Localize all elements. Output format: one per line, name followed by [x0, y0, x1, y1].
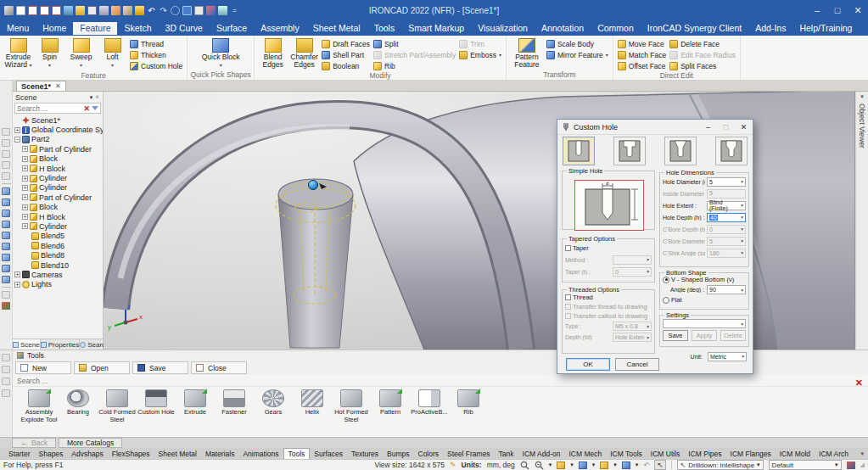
- render-icon[interactable]: [111, 6, 120, 15]
- tree-item-feature[interactable]: +H Block: [13, 212, 103, 221]
- boolean-button[interactable]: Boolean: [320, 60, 372, 71]
- close-window-icon[interactable]: ✕: [848, 2, 868, 19]
- tab-annotation[interactable]: Annotation: [535, 22, 591, 35]
- mini-shape-icon[interactable]: [2, 139, 10, 147]
- maximize-window-icon[interactable]: □: [827, 2, 848, 19]
- catalog-item-pattern[interactable]: Pattern: [371, 389, 410, 437]
- tab-smart-markup[interactable]: Smart Markup: [401, 22, 471, 35]
- tab-home[interactable]: Home: [36, 22, 73, 35]
- catalog-tab-textures[interactable]: Textures: [347, 448, 383, 459]
- catalog-item-proactive[interactable]: ProActiveB...: [410, 389, 449, 437]
- mini-shape-icon[interactable]: [2, 378, 10, 385]
- camera-view-icon[interactable]: [600, 462, 608, 469]
- mini-cube-icon[interactable]: [2, 254, 10, 261]
- flat-bottom-radio[interactable]: [663, 297, 669, 304]
- wireframe-view-icon[interactable]: [579, 462, 587, 469]
- expand-icon[interactable]: +: [22, 156, 28, 162]
- tab-visualization[interactable]: Visualization: [471, 22, 535, 35]
- mini-shape-icon[interactable]: [2, 128, 10, 136]
- collapse-icon[interactable]: −: [14, 137, 20, 143]
- customize-qat-icon[interactable]: =: [230, 6, 239, 15]
- delivery-icon[interactable]: [135, 6, 144, 15]
- panel-tab-properties[interactable]: Properties: [41, 339, 80, 350]
- panel-tab-scene[interactable]: Scene: [13, 339, 41, 350]
- tree-item-feature[interactable]: +Cylinder: [13, 173, 103, 182]
- view-caret-icon[interactable]: ▾: [570, 462, 574, 468]
- mini-sketch-icon[interactable]: [2, 291, 10, 299]
- tab-sheet-metal[interactable]: Sheet Metal: [306, 22, 367, 35]
- expand-icon[interactable]: +: [14, 127, 20, 133]
- catalog-tab-shapes[interactable]: Shapes: [35, 448, 68, 459]
- v-shaped-bottom-radio[interactable]: [663, 277, 669, 283]
- catalog-item-rib[interactable]: Rib: [449, 389, 488, 437]
- tab-menu[interactable]: Menu: [0, 22, 36, 35]
- hole-handle[interactable]: [309, 181, 318, 190]
- catalog-tab-tools[interactable]: Tools: [283, 448, 311, 459]
- mini-cube-icon[interactable]: [2, 243, 10, 250]
- catalog-tab-icm-add-on[interactable]: ICM Add-on: [518, 448, 565, 459]
- catalog-tab-materials[interactable]: Materials: [201, 448, 238, 459]
- unit-select[interactable]: Metric▾: [708, 352, 747, 361]
- panel-menu-caret-icon[interactable]: ▾: [90, 94, 93, 101]
- mini-shape-icon[interactable]: [2, 150, 10, 158]
- grid-snap-icon[interactable]: [182, 6, 192, 15]
- catalog-tab-advshaps[interactable]: Advshaps: [67, 448, 107, 459]
- tree-item-blend[interactable]: Blend5: [13, 232, 103, 241]
- catalog-item-hot-formed-steel[interactable]: Hot Formed Steel: [332, 389, 371, 437]
- save-icon[interactable]: [87, 6, 97, 15]
- config-icon[interactable]: [847, 462, 855, 469]
- catalog-tab-icm-utils[interactable]: ICM Utils: [647, 448, 684, 459]
- catalog-tab-bumps[interactable]: Bumps: [383, 448, 413, 459]
- mini-cube-icon[interactable]: [2, 199, 10, 206]
- tab-assembly[interactable]: Assembly: [254, 22, 306, 35]
- blend-edges-button[interactable]: Blend Edges: [257, 36, 288, 69]
- catalog-tab-surfaces[interactable]: Surfaces: [310, 448, 347, 459]
- move-face-button[interactable]: Move Face: [616, 38, 668, 49]
- catalog-tab-icm-pipes[interactable]: ICM Pipes: [684, 448, 725, 459]
- more-catalogs-button[interactable]: More Catalogs: [59, 438, 122, 448]
- catalog-search[interactable]: [13, 375, 868, 387]
- chamfer-edges-button[interactable]: Chamfer Edges: [288, 36, 320, 69]
- refresh-icon[interactable]: [171, 6, 180, 15]
- tab-3d-curve[interactable]: 3D Curve: [159, 22, 210, 35]
- tab-feature[interactable]: Feature: [73, 22, 117, 35]
- expand-icon[interactable]: +: [22, 204, 28, 210]
- camera-caret-icon[interactable]: ▾: [613, 462, 617, 468]
- catalog-new-button[interactable]: New: [15, 361, 71, 374]
- tree-item-gcs[interactable]: +Global Coordinate System: [13, 125, 103, 134]
- annotate-pen-icon[interactable]: ✎: [450, 461, 456, 469]
- wireframe-caret-icon[interactable]: ▾: [592, 462, 596, 468]
- mini-cube-icon[interactable]: [2, 276, 10, 283]
- table-icon[interactable]: [218, 6, 227, 15]
- delete-face-button[interactable]: Delete Face: [668, 38, 737, 49]
- tab-help-training[interactable]: Help/Training: [792, 22, 859, 35]
- tab-common[interactable]: Common: [591, 22, 641, 35]
- ok-button[interactable]: OK: [566, 358, 610, 371]
- new-scene-icon[interactable]: [16, 6, 25, 15]
- pin-panel-icon[interactable]: ⚬: [94, 93, 100, 101]
- extrude-wizard-button[interactable]: Extrude Wizard ▾: [3, 36, 34, 69]
- catalog-search-input[interactable]: [17, 377, 864, 385]
- mini-cube-icon[interactable]: [2, 221, 10, 228]
- mini-shape-icon[interactable]: [2, 172, 10, 180]
- sweep-button[interactable]: Sweep▾: [65, 36, 97, 69]
- zoom-options-caret-icon[interactable]: ▾: [549, 462, 552, 468]
- catalog-tab-icm-flanges[interactable]: ICM Flanges: [726, 448, 776, 459]
- catalog-tab-icm-tools[interactable]: ICM Tools: [606, 448, 647, 459]
- tab-sketch[interactable]: Sketch: [117, 22, 158, 35]
- spell-icon[interactable]: [123, 6, 132, 15]
- mini-cube-icon[interactable]: [2, 187, 10, 195]
- mini-cube-icon[interactable]: [2, 265, 10, 272]
- tree-item-feature[interactable]: +Block: [13, 154, 103, 164]
- expand-icon[interactable]: +: [22, 176, 28, 182]
- mini-shape-icon[interactable]: [2, 366, 10, 373]
- catalog-item-cold-formed-steel[interactable]: Cold Formed Steel: [98, 389, 137, 437]
- expand-icon[interactable]: +: [22, 223, 28, 229]
- save-settings-button[interactable]: Save: [663, 330, 688, 341]
- catalog-tab-flexshapes[interactable]: FlexShapes: [108, 448, 154, 459]
- tree-item-blend[interactable]: Blend8: [13, 250, 103, 260]
- hole-diameter-select[interactable]: 5▾: [707, 177, 746, 187]
- minimize-window-icon[interactable]: –: [807, 2, 827, 19]
- angle-select[interactable]: 90▾: [707, 285, 746, 294]
- catalog-item-bearing[interactable]: Bearing: [59, 389, 98, 437]
